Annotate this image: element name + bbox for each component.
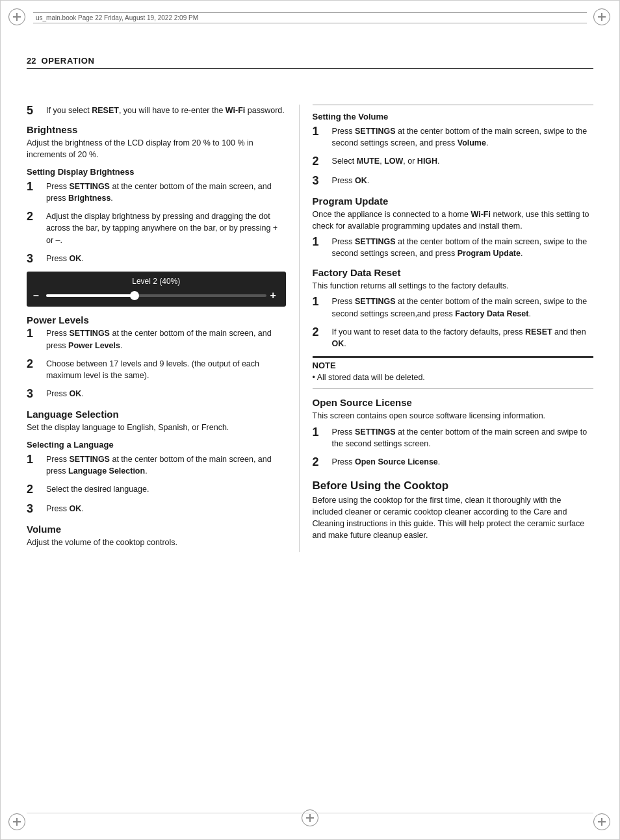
vol-step-3: 3 Press OK. bbox=[313, 175, 593, 188]
vol-step-1-number: 1 bbox=[313, 125, 327, 138]
step-5-content: If you select RESET, you will have to re… bbox=[46, 105, 286, 116]
bottom-center-mark bbox=[302, 809, 318, 826]
program-update-heading: Program Update bbox=[313, 196, 593, 207]
os-step-1-number: 1 bbox=[313, 426, 327, 439]
power-step-1-content: Press SETTINGS at the center bottom of t… bbox=[46, 327, 286, 351]
content-area: 5 If you select RESET, you will have to … bbox=[27, 105, 593, 552]
brightness-step-1-number: 1 bbox=[27, 181, 41, 194]
prog-step-1-number: 1 bbox=[313, 236, 327, 249]
corner-mark-br bbox=[593, 813, 612, 832]
power-step-2-number: 2 bbox=[27, 358, 41, 371]
brightness-step-3-content: Press OK. bbox=[46, 253, 286, 264]
lang-step-2-number: 2 bbox=[27, 483, 41, 496]
prog-step-1-content: Press SETTINGS at the center bottom of t… bbox=[332, 236, 593, 259]
language-heading: Language Selection bbox=[27, 409, 286, 420]
os-step-1-content: Press SETTINGS at the center bottom of t… bbox=[332, 426, 593, 450]
os-step-2-number: 2 bbox=[313, 456, 327, 469]
brightness-step-2: 2 Adjust the display brightness by press… bbox=[27, 210, 286, 246]
page-number: 22 bbox=[27, 56, 36, 66]
vol-step-3-content: Press OK. bbox=[332, 175, 593, 186]
note-content: • All stored data will be deleted. bbox=[313, 372, 593, 384]
brightness-step-1-content: Press SETTINGS at the center bottom of t… bbox=[46, 181, 286, 204]
slider-fill bbox=[46, 294, 134, 297]
factory-reset-heading: Factory Data Reset bbox=[313, 267, 593, 278]
program-update-body: Once the appliance is connected to a hom… bbox=[313, 209, 593, 232]
brightness-slider[interactable]: Level 2 (40%) – + bbox=[27, 272, 286, 307]
factory-step-1-content: Press SETTINGS at the center bottom of t… bbox=[332, 296, 593, 319]
page-title: OPERATION bbox=[41, 56, 94, 66]
power-step-2: 2 Choose between 17 levels and 9 levels.… bbox=[27, 358, 286, 381]
open-source-body: This screen contains open source softwar… bbox=[313, 410, 593, 422]
setting-display-brightness-heading: Setting Display Brightness bbox=[27, 167, 286, 177]
note-label: NOTE bbox=[313, 361, 593, 370]
step-5: 5 If you select RESET, you will have to … bbox=[27, 105, 286, 118]
brightness-body: Adjust the brightness of the LCD display… bbox=[27, 137, 286, 160]
brightness-step-3: 3 Press OK. bbox=[27, 253, 286, 266]
right-col-divider bbox=[313, 105, 593, 105]
vol-step-2: 2 Select MUTE, LOW, or HIGH. bbox=[313, 155, 593, 168]
brightness-step-3-number: 3 bbox=[27, 253, 41, 266]
brightness-heading: Brightness bbox=[27, 124, 286, 135]
volume-body: Adjust the volume of the cooktop control… bbox=[27, 537, 286, 548]
vol-step-1-content: Press SETTINGS at the center bottom of t… bbox=[332, 125, 593, 149]
corner-mark-bl bbox=[8, 813, 27, 832]
slider-track[interactable] bbox=[46, 294, 266, 297]
power-step-1-number: 1 bbox=[27, 327, 41, 340]
corner-mark-tl bbox=[8, 8, 27, 27]
file-info: us_main.book Page 22 Friday, August 19, … bbox=[33, 12, 587, 23]
page-wrapper: us_main.book Page 22 Friday, August 19, … bbox=[0, 0, 620, 840]
os-step-2-content: Press Open Source License. bbox=[332, 456, 593, 468]
lang-step-1-number: 1 bbox=[27, 453, 41, 466]
factory-step-2-content: If you want to reset data to the factory… bbox=[332, 326, 593, 350]
note-divider bbox=[313, 388, 593, 389]
lang-step-3: 3 Press OK. bbox=[27, 503, 286, 516]
lang-step-3-content: Press OK. bbox=[46, 503, 286, 515]
power-levels-heading: Power Levels bbox=[27, 314, 286, 325]
prog-step-1: 1 Press SETTINGS at the center bottom of… bbox=[313, 236, 593, 259]
open-source-heading: Open Source License bbox=[313, 397, 593, 408]
power-step-2-content: Choose between 17 levels and 9 levels. (… bbox=[46, 358, 286, 381]
note-box: NOTE • All stored data will be deleted. bbox=[313, 356, 593, 384]
before-cooktop-heading: Before Using the Cooktop bbox=[313, 479, 593, 492]
language-body: Set the display language to English, Spa… bbox=[27, 422, 286, 433]
os-step-1: 1 Press SETTINGS at the center bottom of… bbox=[313, 426, 593, 450]
factory-step-1: 1 Press SETTINGS at the center bottom of… bbox=[313, 296, 593, 319]
slider-plus[interactable]: + bbox=[270, 290, 279, 301]
right-column: Setting the Volume 1 Press SETTINGS at t… bbox=[299, 105, 593, 552]
vol-step-1: 1 Press SETTINGS at the center bottom of… bbox=[313, 125, 593, 149]
brightness-step-2-content: Adjust the display brightness by pressin… bbox=[46, 210, 286, 246]
lang-step-2: 2 Select the desired language. bbox=[27, 483, 286, 496]
left-column: 5 If you select RESET, you will have to … bbox=[27, 105, 299, 552]
os-step-2: 2 Press Open Source License. bbox=[313, 456, 593, 469]
slider-minus[interactable]: – bbox=[33, 290, 42, 301]
brightness-step-1: 1 Press SETTINGS at the center bottom of… bbox=[27, 181, 286, 204]
before-cooktop-body: Before using the cooktop for the first t… bbox=[313, 494, 593, 542]
page-header: 22 OPERATION bbox=[27, 56, 593, 69]
factory-step-1-number: 1 bbox=[313, 296, 327, 309]
vol-step-3-number: 3 bbox=[313, 175, 327, 188]
brightness-step-2-number: 2 bbox=[27, 210, 41, 223]
vol-step-2-number: 2 bbox=[313, 155, 327, 168]
vol-step-2-content: Select MUTE, LOW, or HIGH. bbox=[332, 155, 593, 167]
setting-volume-heading: Setting the Volume bbox=[313, 112, 593, 121]
slider-bar-row: – + bbox=[33, 290, 279, 301]
volume-heading: Volume bbox=[27, 524, 286, 535]
lang-step-1: 1 Press SETTINGS at the center bottom of… bbox=[27, 453, 286, 477]
power-step-3-content: Press OK. bbox=[46, 388, 286, 400]
file-info-text: us_main.book Page 22 Friday, August 19, … bbox=[36, 14, 198, 21]
power-step-1: 1 Press SETTINGS at the center bottom of… bbox=[27, 327, 286, 351]
lang-step-3-number: 3 bbox=[27, 503, 41, 516]
slider-dot bbox=[130, 291, 139, 300]
factory-step-2: 2 If you want to reset data to the facto… bbox=[313, 326, 593, 350]
step-5-number: 5 bbox=[27, 105, 41, 118]
selecting-language-heading: Selecting a Language bbox=[27, 440, 286, 450]
factory-reset-body: This function returns all settings to th… bbox=[313, 280, 593, 292]
slider-label: Level 2 (40%) bbox=[33, 277, 279, 286]
factory-step-2-number: 2 bbox=[313, 326, 327, 339]
corner-mark-tr bbox=[593, 8, 612, 27]
lang-step-2-content: Select the desired language. bbox=[46, 483, 286, 495]
power-step-3-number: 3 bbox=[27, 388, 41, 401]
power-step-3: 3 Press OK. bbox=[27, 388, 286, 401]
lang-step-1-content: Press SETTINGS at the center bottom of t… bbox=[46, 453, 286, 477]
